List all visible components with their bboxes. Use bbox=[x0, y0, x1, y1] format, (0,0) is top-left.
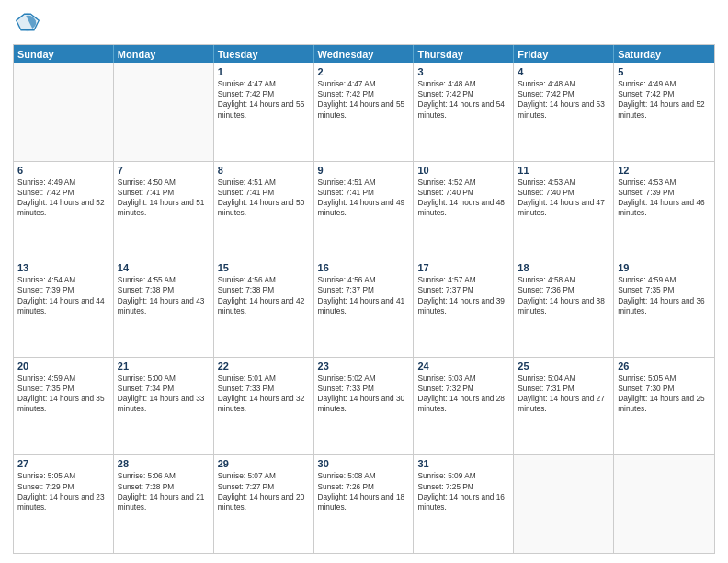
logo-icon bbox=[15, 9, 40, 35]
calendar-cell: 12Sunrise: 4:53 AMSunset: 7:39 PMDayligh… bbox=[614, 162, 714, 259]
sunset-line: Sunset: 7:33 PM bbox=[218, 384, 310, 394]
daylight-line: Daylight: 14 hours and 32 minutes. bbox=[218, 394, 310, 414]
sunrise-line: Sunrise: 5:05 AM bbox=[618, 373, 711, 384]
day-number: 24 bbox=[417, 361, 509, 372]
day-number: 7 bbox=[118, 165, 210, 176]
daylight-line: Daylight: 14 hours and 51 minutes. bbox=[118, 198, 210, 218]
calendar-cell bbox=[14, 63, 114, 161]
weekday-header: Tuesday bbox=[214, 45, 314, 63]
sunset-line: Sunset: 7:41 PM bbox=[218, 188, 310, 198]
sunrise-line: Sunrise: 4:50 AM bbox=[118, 178, 210, 188]
daylight-line: Daylight: 14 hours and 23 minutes. bbox=[17, 492, 109, 512]
day-number: 26 bbox=[618, 361, 711, 372]
daylight-line: Daylight: 14 hours and 49 minutes. bbox=[318, 198, 410, 218]
day-number: 20 bbox=[17, 361, 109, 372]
daylight-line: Daylight: 14 hours and 18 minutes. bbox=[318, 492, 410, 512]
sunrise-line: Sunrise: 4:51 AM bbox=[218, 178, 310, 188]
daylight-line: Daylight: 14 hours and 43 minutes. bbox=[118, 296, 210, 316]
calendar-cell: 24Sunrise: 5:03 AMSunset: 7:32 PMDayligh… bbox=[414, 358, 514, 455]
day-number: 27 bbox=[17, 458, 109, 469]
sunrise-line: Sunrise: 4:48 AM bbox=[417, 79, 509, 89]
day-number: 31 bbox=[417, 458, 509, 469]
sunset-line: Sunset: 7:42 PM bbox=[318, 89, 410, 99]
sunset-line: Sunset: 7:35 PM bbox=[618, 285, 711, 295]
sunset-line: Sunset: 7:28 PM bbox=[118, 482, 210, 492]
daylight-line: Daylight: 14 hours and 30 minutes. bbox=[318, 394, 410, 414]
day-number: 1 bbox=[218, 66, 310, 77]
calendar-cell: 2Sunrise: 4:47 AMSunset: 7:42 PMDaylight… bbox=[314, 63, 415, 161]
sunset-line: Sunset: 7:30 PM bbox=[618, 384, 711, 394]
sunrise-line: Sunrise: 5:00 AM bbox=[118, 373, 210, 384]
day-number: 29 bbox=[218, 458, 310, 469]
day-number: 22 bbox=[218, 361, 310, 372]
sunset-line: Sunset: 7:42 PM bbox=[518, 89, 609, 99]
sunset-line: Sunset: 7:42 PM bbox=[218, 89, 310, 99]
sunrise-line: Sunrise: 4:47 AM bbox=[318, 79, 410, 89]
daylight-line: Daylight: 14 hours and 25 minutes. bbox=[618, 394, 711, 414]
logo bbox=[13, 9, 40, 39]
daylight-line: Daylight: 14 hours and 52 minutes. bbox=[618, 99, 711, 120]
sunrise-line: Sunrise: 4:55 AM bbox=[118, 275, 210, 285]
calendar-cell: 5Sunrise: 4:49 AMSunset: 7:42 PMDaylight… bbox=[614, 63, 714, 161]
sunset-line: Sunset: 7:29 PM bbox=[17, 482, 109, 492]
sunrise-line: Sunrise: 4:52 AM bbox=[417, 178, 509, 188]
header bbox=[13, 9, 715, 39]
calendar-cell: 4Sunrise: 4:48 AMSunset: 7:42 PMDaylight… bbox=[514, 63, 614, 161]
sunset-line: Sunset: 7:38 PM bbox=[118, 285, 210, 295]
sunrise-line: Sunrise: 4:59 AM bbox=[618, 275, 711, 285]
sunrise-line: Sunrise: 4:49 AM bbox=[17, 178, 109, 188]
calendar-cell: 3Sunrise: 4:48 AMSunset: 7:42 PMDaylight… bbox=[414, 63, 514, 161]
calendar-cell: 17Sunrise: 4:57 AMSunset: 7:37 PMDayligh… bbox=[414, 259, 514, 357]
sunrise-line: Sunrise: 5:02 AM bbox=[318, 373, 410, 384]
sunrise-line: Sunrise: 4:53 AM bbox=[518, 178, 609, 188]
main-container: SundayMondayTuesdayWednesdayThursdayFrid… bbox=[0, 0, 728, 563]
daylight-line: Daylight: 14 hours and 55 minutes. bbox=[318, 99, 410, 120]
daylight-line: Daylight: 14 hours and 28 minutes. bbox=[417, 394, 509, 414]
daylight-line: Daylight: 14 hours and 20 minutes. bbox=[218, 492, 310, 512]
day-number: 19 bbox=[618, 262, 711, 273]
day-number: 25 bbox=[518, 361, 609, 372]
sunrise-line: Sunrise: 4:54 AM bbox=[17, 275, 109, 285]
sunset-line: Sunset: 7:34 PM bbox=[118, 384, 210, 394]
day-number: 21 bbox=[118, 361, 210, 372]
calendar-cell: 26Sunrise: 5:05 AMSunset: 7:30 PMDayligh… bbox=[614, 358, 714, 455]
daylight-line: Daylight: 14 hours and 53 minutes. bbox=[518, 99, 609, 120]
sunset-line: Sunset: 7:32 PM bbox=[417, 384, 509, 394]
sunset-line: Sunset: 7:40 PM bbox=[518, 188, 609, 198]
daylight-line: Daylight: 14 hours and 50 minutes. bbox=[218, 198, 310, 218]
sunrise-line: Sunrise: 5:01 AM bbox=[218, 373, 310, 384]
sunrise-line: Sunrise: 5:04 AM bbox=[518, 373, 609, 384]
day-number: 23 bbox=[318, 361, 410, 372]
sunrise-line: Sunrise: 4:58 AM bbox=[518, 275, 609, 285]
sunset-line: Sunset: 7:39 PM bbox=[618, 188, 711, 198]
daylight-line: Daylight: 14 hours and 41 minutes. bbox=[318, 296, 410, 316]
weekday-header: Saturday bbox=[614, 45, 714, 63]
calendar-cell: 16Sunrise: 4:56 AMSunset: 7:37 PMDayligh… bbox=[314, 259, 415, 357]
calendar-cell: 29Sunrise: 5:07 AMSunset: 7:27 PMDayligh… bbox=[214, 455, 314, 553]
calendar-cell: 1Sunrise: 4:47 AMSunset: 7:42 PMDaylight… bbox=[214, 63, 314, 161]
daylight-line: Daylight: 14 hours and 48 minutes. bbox=[417, 198, 509, 218]
day-number: 13 bbox=[17, 262, 109, 273]
calendar-cell: 28Sunrise: 5:06 AMSunset: 7:28 PMDayligh… bbox=[114, 455, 214, 553]
calendar-cell: 23Sunrise: 5:02 AMSunset: 7:33 PMDayligh… bbox=[314, 358, 415, 455]
day-number: 9 bbox=[318, 165, 410, 176]
day-number: 5 bbox=[618, 66, 711, 77]
calendar: SundayMondayTuesdayWednesdayThursdayFrid… bbox=[13, 44, 715, 554]
sunset-line: Sunset: 7:42 PM bbox=[618, 89, 711, 99]
daylight-line: Daylight: 14 hours and 35 minutes. bbox=[17, 394, 109, 414]
sunset-line: Sunset: 7:35 PM bbox=[17, 384, 109, 394]
sunrise-line: Sunrise: 5:03 AM bbox=[417, 373, 509, 384]
calendar-row: 13Sunrise: 4:54 AMSunset: 7:39 PMDayligh… bbox=[14, 259, 714, 357]
calendar-cell: 27Sunrise: 5:05 AMSunset: 7:29 PMDayligh… bbox=[14, 455, 114, 553]
sunset-line: Sunset: 7:41 PM bbox=[318, 188, 410, 198]
calendar-cell: 6Sunrise: 4:49 AMSunset: 7:42 PMDaylight… bbox=[14, 162, 114, 259]
sunrise-line: Sunrise: 5:09 AM bbox=[417, 471, 509, 481]
daylight-line: Daylight: 14 hours and 33 minutes. bbox=[118, 394, 210, 414]
calendar-cell: 13Sunrise: 4:54 AMSunset: 7:39 PMDayligh… bbox=[14, 259, 114, 357]
sunrise-line: Sunrise: 4:56 AM bbox=[318, 275, 410, 285]
day-number: 2 bbox=[318, 66, 410, 77]
daylight-line: Daylight: 14 hours and 38 minutes. bbox=[518, 296, 609, 316]
day-number: 12 bbox=[618, 165, 711, 176]
sunset-line: Sunset: 7:41 PM bbox=[118, 188, 210, 198]
calendar-body: 1Sunrise: 4:47 AMSunset: 7:42 PMDaylight… bbox=[14, 63, 714, 553]
